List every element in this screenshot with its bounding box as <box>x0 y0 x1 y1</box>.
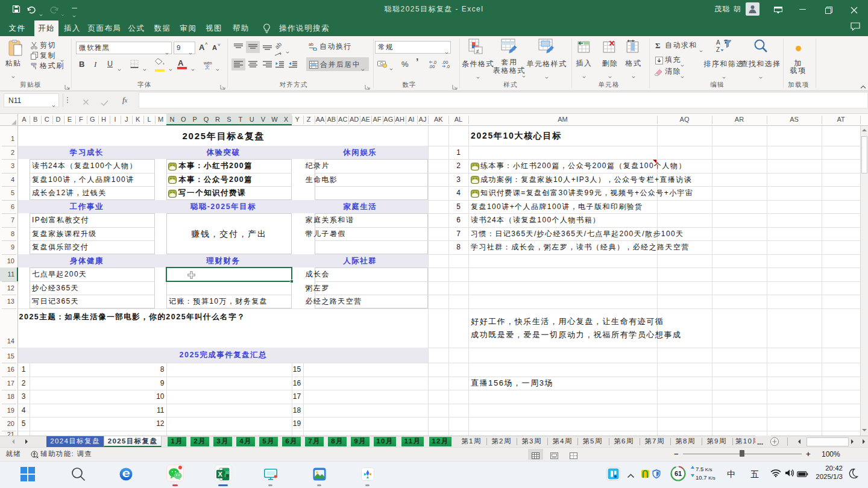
svg-text:Z: Z <box>716 46 720 53</box>
svg-text:ab: ab <box>309 42 313 46</box>
svg-text:≠: ≠ <box>476 48 479 54</box>
svg-text:A: A <box>716 39 720 46</box>
